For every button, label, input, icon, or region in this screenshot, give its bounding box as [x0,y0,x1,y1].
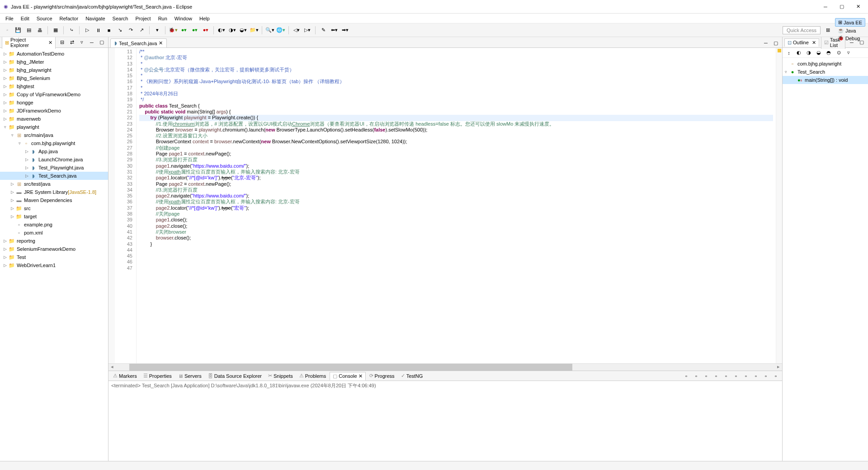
perspective-java[interactable]: ☕ Java [835,27,865,34]
forward-button[interactable]: ➡▾ [340,26,349,35]
tree-item-mavenweb[interactable]: ▷📁mavenweb [0,115,108,123]
hide-local-button[interactable]: ◓ [824,48,833,57]
console-scroll-lock-button[interactable]: ▫ [722,371,731,381]
bottom-tab-testng[interactable]: ✓TestNG [398,372,426,380]
last-edit-button[interactable]: ✎ [319,26,328,35]
tree-item-jre-system-library[interactable]: ▷▬JRE System Library [JavaSE-1.8] [0,188,108,196]
expand-icon[interactable]: ▷ [2,239,8,243]
project-tree[interactable]: ▷📁AutomationTestDemo▷📁bjhg_JMeter▷📁bjhg_… [0,48,108,461]
bottom-tab-problems[interactable]: ⚠Problems [297,372,329,380]
overview-ruler[interactable] [776,48,782,363]
expand-icon[interactable]: ▷ [9,206,15,211]
annotation-prev-button[interactable]: ◁▾ [292,26,301,35]
suspend-button[interactable]: ⏸ [94,26,103,35]
expand-icon[interactable]: ▷ [2,247,8,251]
tree-item-hongge[interactable]: ▷📁hongge [0,99,108,107]
quick-access-input[interactable]: Quick Access [783,26,821,34]
maximize-button[interactable]: ▢ [835,2,848,11]
tree-item-bjhgtest[interactable]: ▷📁bjhgtest [0,82,108,90]
focus-button[interactable]: ⊙ [834,48,843,57]
step-over-button[interactable]: ↷ [126,26,135,35]
tree-item-src-main-java[interactable]: ▿⊞src/main/java [0,131,108,139]
menu-run[interactable]: Run [155,15,171,22]
expand-icon[interactable]: ▷ [24,157,30,162]
perspective-java-ee[interactable]: ⊞ Java EE [835,18,865,27]
menu-edit[interactable]: Edit [17,15,33,22]
expand-icon[interactable]: ▷ [2,108,8,113]
code-content[interactable]: /** * @author 北京-宏哥 * * @公众号:北京宏哥（微信搜索，关… [137,48,776,363]
menu-window[interactable]: Window [171,15,196,22]
tree-item-maven-dependencies[interactable]: ▷▬Maven Dependencies [0,196,108,204]
outline-class[interactable]: ▿ ● Test_Search [783,68,868,76]
tree-item-copy-of-vipframeworkdemo[interactable]: ▷📁Copy of VipFrameworkDemo [0,90,108,99]
expand-icon[interactable]: ▷ [2,117,8,121]
expand-icon[interactable]: ▷ [24,174,30,178]
console-clear-button[interactable]: ▫ [712,371,721,381]
close-button[interactable]: ✕ [852,2,864,11]
web-browser-button[interactable]: 🌐▾ [276,26,285,35]
tree-item-bjhg-jmeter[interactable]: ▷📁bjhg_JMeter [0,58,108,66]
console-body[interactable]: <terminated> Test_Search [Java Applicati… [108,381,782,461]
console-remove-all-button[interactable]: ▫ [702,371,711,381]
step-into-button[interactable]: ↘ [115,26,124,35]
tree-item-seleniumframeworkdemo[interactable]: ▷📁SeleniumFrameworkDemo [0,245,108,253]
new-server-button[interactable]: ▾ [153,26,162,35]
bottom-tab-progress[interactable]: ⟳Progress [367,372,397,380]
menu-refactor[interactable]: Refactor [56,15,82,22]
tree-item-jdframeworkdemo[interactable]: ▷📁JDFrameworkDemo [0,107,108,115]
view-menu-button[interactable]: ▿ [77,38,86,47]
close-view-icon[interactable]: ✕ [48,40,52,46]
save-all-button[interactable]: ▤ [24,26,33,35]
debug-button[interactable]: 🐞▾ [169,26,178,35]
tree-item-launchchrome-java[interactable]: ▷◗LaunchChrome.java [0,155,108,164]
bottom-tab-markers[interactable]: ⚠Markers [110,372,140,380]
horizontal-scrollbar[interactable]: ◂ ▸ [108,363,782,371]
scroll-left-icon[interactable]: ◂ [108,364,116,371]
bottom-tab-properties[interactable]: ☰Properties [141,372,175,380]
outline-menu-button[interactable]: ▿ [844,48,853,57]
hide-static-button[interactable]: ◑ [804,48,813,57]
menu-help[interactable]: Help [196,15,213,22]
tree-item-app-java[interactable]: ▷◗App.java [0,147,108,155]
minimize-button[interactable]: ─ [819,2,832,11]
editor-tab-test-search[interactable]: ◗ Test_Search.java ✕ [110,38,167,47]
expand-icon[interactable]: ▷ [2,84,8,89]
tree-item-com-bjhg-playwright[interactable]: ▿▫com.bjhg.playwright [0,139,108,147]
expand-icon[interactable]: ▿ [9,133,15,137]
scroll-thumb[interactable] [129,364,572,371]
console-remove-terminated-button[interactable]: ▫ [692,371,701,381]
minimize-view-button[interactable]: ─ [87,38,96,47]
new-class-button[interactable]: ◒▾ [239,26,248,35]
menu-navigate[interactable]: Navigate [82,15,108,22]
build-button[interactable]: ▦ [51,26,60,35]
tree-item-src-test-java[interactable]: ▷⊞src/test/java [0,180,108,188]
collapse-all-button[interactable]: ⊟ [57,38,66,47]
expand-icon[interactable]: ▷ [9,198,15,202]
hide-fields-button[interactable]: ◐ [794,48,803,57]
expand-icon[interactable]: ▷ [2,255,8,259]
expand-icon[interactable]: ▷ [2,92,8,97]
new-button[interactable]: ▫️ [3,26,12,35]
print-button[interactable]: 🖶 [35,26,44,35]
menu-project[interactable]: Project [132,15,154,22]
expand-icon[interactable]: ▿ [2,125,8,129]
expand-icon[interactable]: ▷ [2,263,8,268]
save-button[interactable]: 💾 [14,26,23,35]
tree-item-example-png[interactable]: ▫example.png [0,221,108,229]
tree-item-src[interactable]: ▷📁src [0,204,108,212]
search-button[interactable]: 🔍▾ [265,26,274,35]
expand-icon[interactable]: ▿ [16,141,23,146]
tree-item-automationtestdemo[interactable]: ▷📁AutomationTestDemo [0,50,108,58]
open-perspective-button[interactable]: ⊞ [823,26,832,35]
expand-icon[interactable]: ▷ [9,190,15,194]
expand-icon[interactable]: ▷ [2,76,8,80]
bottom-tab-data-source-explorer[interactable]: 🗄Data Source Explorer [205,372,264,380]
bottom-tab-snippets[interactable]: ✂Snippets [265,372,296,380]
expand-icon[interactable]: ▷ [24,165,30,170]
outline-method[interactable]: ●s main(String[]) : void [783,76,868,84]
tree-item-target[interactable]: ▷📁target [0,212,108,221]
sort-button[interactable]: ↕ [784,48,793,57]
bottom-tab-servers[interactable]: 🖥Servers [175,372,204,380]
tree-item-test-search-java[interactable]: ▷◗Test_Search.java [0,172,108,180]
tree-item-bjhg-selenium[interactable]: ▷📁Bjhg_Selenium [0,74,108,82]
